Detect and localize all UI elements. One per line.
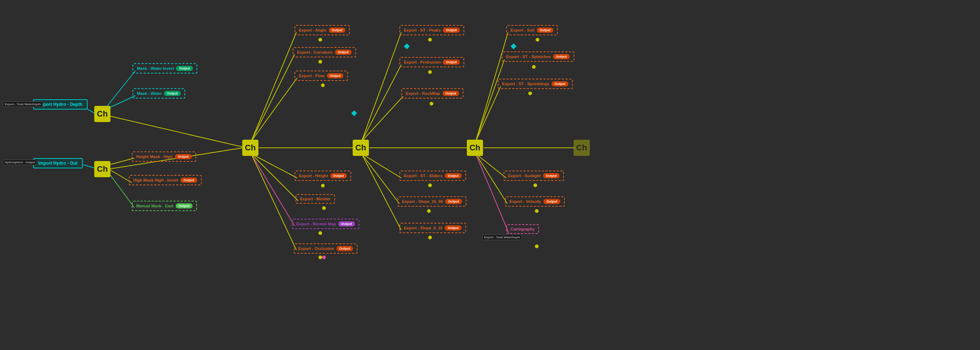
svg-line-9 xyxy=(251,154,298,201)
high-mask-high-invert[interactable]: High Mask High - Invert Output xyxy=(129,175,202,185)
svg-point-50 xyxy=(528,92,532,95)
svg-point-48 xyxy=(536,38,539,41)
mask-water[interactable]: Mask - Water Output xyxy=(132,88,185,98)
ch-node-3[interactable]: Ch xyxy=(242,140,258,156)
exp-angle[interactable]: Export - Angle Output xyxy=(294,25,350,35)
manual-mask-east[interactable]: Manual Mask - East Output xyxy=(132,201,197,211)
node-canvas: Import Hydro - Depth Import Hydro - Out … xyxy=(0,0,980,350)
exp-st-sliders[interactable]: Export - ST - Sliders Output xyxy=(399,171,466,181)
ch-node-6[interactable]: Ch xyxy=(574,140,590,156)
exp-rockmap[interactable]: Export - RockMap Output xyxy=(401,88,463,98)
height-mask-high[interactable]: Height Mask - High Output xyxy=(132,152,196,162)
import-hydro-depth-label: Import Hydro - Depth xyxy=(38,102,83,107)
lbl-cartography-total: Export - Total WaterDepth xyxy=(482,234,522,240)
exp-st-peaks[interactable]: Export - ST - Peaks Output xyxy=(399,25,464,35)
svg-line-22 xyxy=(476,154,507,204)
ch-node-5[interactable]: Ch xyxy=(467,140,483,156)
svg-point-53 xyxy=(535,244,539,248)
exp-st-sprinklings[interactable]: Export - ST - Sprinklings Output xyxy=(498,79,573,89)
svg-point-51 xyxy=(533,184,537,187)
import-hydro-out-label: Import Hydro - Out xyxy=(38,161,78,166)
svg-point-45 xyxy=(428,184,432,187)
ch-node-4[interactable]: Ch xyxy=(353,140,369,156)
svg-point-36 xyxy=(321,84,325,87)
svg-marker-32 xyxy=(404,43,410,49)
svg-line-23 xyxy=(476,154,509,233)
svg-line-24 xyxy=(104,71,135,110)
lbl-total-water: Export - Total WaterDepth xyxy=(3,101,43,107)
svg-point-39 xyxy=(318,231,322,235)
lbl-hydrosphere: Hydrosphere - Output xyxy=(3,160,37,165)
svg-line-11 xyxy=(251,154,296,250)
exp-height[interactable]: Export - Height Output xyxy=(294,171,351,181)
svg-line-20 xyxy=(476,86,501,141)
svg-line-30 xyxy=(83,165,96,168)
exp-mesher[interactable]: Export - Mesher xyxy=(296,194,335,204)
exp-occlusion[interactable]: Export - Occlusion Output xyxy=(294,243,358,254)
ch-node-2[interactable]: Ch xyxy=(94,161,110,177)
exp-st-splotches[interactable]: Export - ST - Splotches Output xyxy=(502,51,574,62)
exp-slope1590[interactable]: Export - Slope_15_90 Output xyxy=(398,196,466,207)
exp-cartography[interactable]: Cartography xyxy=(506,224,539,234)
exp-velocity[interactable]: Export - Velocity Output xyxy=(505,196,565,207)
exp-protrusion[interactable]: Export - Protrusion Output xyxy=(399,57,464,67)
exp-curvature[interactable]: Export - Curvature Output xyxy=(293,47,356,57)
svg-line-15 xyxy=(361,154,401,178)
svg-line-13 xyxy=(361,65,401,141)
svg-point-46 xyxy=(427,209,431,213)
svg-point-47 xyxy=(428,236,432,239)
svg-line-19 xyxy=(476,60,504,141)
import-hydro-out[interactable]: Import Hydro - Out xyxy=(33,158,83,168)
svg-point-42 xyxy=(428,38,432,41)
svg-point-38 xyxy=(322,206,326,210)
svg-line-1 xyxy=(104,115,243,147)
svg-line-6 xyxy=(251,54,294,141)
svg-line-8 xyxy=(251,154,297,178)
svg-line-21 xyxy=(476,154,506,178)
svg-marker-33 xyxy=(511,43,517,49)
svg-point-49 xyxy=(532,65,536,69)
svg-marker-31 xyxy=(351,110,357,116)
ch-node-1[interactable]: Ch xyxy=(94,106,110,122)
svg-line-12 xyxy=(361,32,401,141)
svg-line-14 xyxy=(361,96,403,141)
exp-soil[interactable]: Export - Soil Output xyxy=(506,25,558,35)
svg-point-44 xyxy=(430,102,433,106)
svg-line-16 xyxy=(361,154,399,204)
mask-water-invert[interactable]: Mask - Water Invert Output xyxy=(132,63,197,73)
svg-point-40 xyxy=(318,255,322,259)
svg-point-41 xyxy=(322,255,326,259)
svg-point-35 xyxy=(318,60,322,63)
svg-point-34 xyxy=(318,38,322,41)
exp-normalmap[interactable]: Export - Normal Map Output xyxy=(292,219,359,229)
exp-sunlight[interactable]: Export - Sunlight Output xyxy=(504,171,564,181)
svg-point-37 xyxy=(321,184,325,187)
exp-flow[interactable]: Export - Flow Output xyxy=(294,71,348,81)
svg-line-7 xyxy=(251,78,297,141)
svg-line-17 xyxy=(361,154,401,230)
svg-line-10 xyxy=(251,154,294,226)
svg-point-52 xyxy=(535,209,539,213)
svg-line-5 xyxy=(251,32,296,141)
svg-point-43 xyxy=(428,70,432,74)
exp-slope015[interactable]: Export - Slope_0_15 Output xyxy=(399,223,466,233)
